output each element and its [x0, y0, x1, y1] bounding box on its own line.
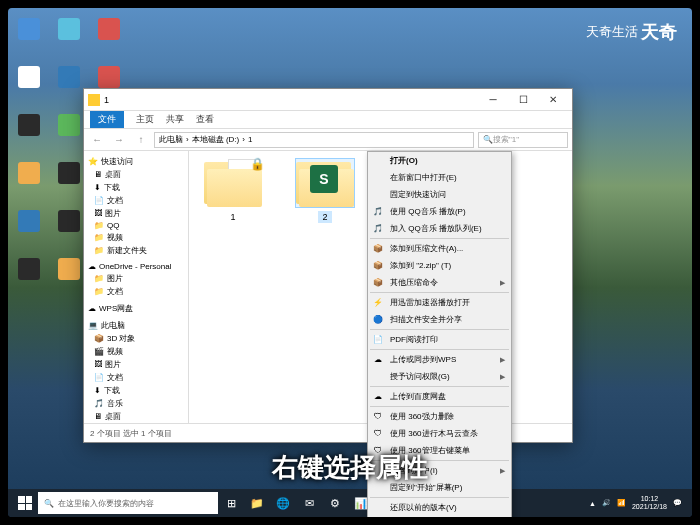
tree-thispc[interactable]: 💻 此电脑 — [86, 319, 186, 332]
tray-icon[interactable]: 📶 — [617, 499, 626, 507]
close-button[interactable]: ✕ — [538, 90, 568, 110]
desktop-icon[interactable] — [53, 210, 85, 250]
tree-item[interactable]: 📦 3D 对象 — [86, 332, 186, 345]
context-menu-item[interactable]: 在新窗口中打开(E) — [368, 169, 511, 186]
taskbar-app[interactable]: 🌐 — [270, 490, 296, 516]
context-menu-item[interactable]: 📄PDF阅读打印 — [368, 331, 511, 348]
tree-item[interactable]: 📁 文档 — [86, 285, 186, 298]
tray-icon[interactable]: ▲ — [589, 500, 596, 507]
window-title: 1 — [104, 95, 478, 105]
taskbar-app[interactable]: 📁 — [244, 490, 270, 516]
tree-item[interactable]: 🖼 图片 — [86, 207, 186, 220]
address-bar: ← → ↑ 此电脑› 本地磁盘 (D:)› 1 🔍 搜索"1" — [84, 129, 572, 151]
context-menu-item[interactable]: ☁上传或同步到WPS▶ — [368, 351, 511, 368]
watermark: 天奇生活 天奇 — [586, 20, 677, 44]
context-menu-item[interactable]: ☁上传到百度网盘 — [368, 388, 511, 405]
taskbar-search[interactable]: 🔍 在这里输入你要搜索的内容 — [38, 492, 218, 514]
desktop-icon[interactable] — [53, 258, 85, 298]
back-button[interactable]: ← — [88, 131, 106, 149]
file-explorer-window: 1 ─ ☐ ✕ 文件 主页 共享 查看 ← → ↑ 此电脑› 本地磁盘 (D:)… — [83, 88, 573, 443]
breadcrumb-item[interactable]: 此电脑 — [159, 134, 183, 145]
explorer-body: ⭐ 快速访问 🖥 桌面 ⬇ 下载 📄 文档 🖼 图片 📁 QQ 📁 视频 📁 新… — [84, 151, 572, 423]
context-menu-item[interactable]: 授予访问权限(G)▶ — [368, 368, 511, 385]
start-button[interactable] — [12, 490, 38, 516]
context-menu-item[interactable]: 📦添加到压缩文件(A)... — [368, 240, 511, 257]
context-menu-item[interactable]: 🎵使用 QQ音乐 播放(P) — [368, 203, 511, 220]
notification-icon[interactable]: 💬 — [673, 499, 682, 507]
desktop-icon[interactable] — [13, 258, 45, 298]
ribbon: 文件 主页 共享 查看 — [84, 111, 572, 129]
tree-item[interactable]: 📄 文档 — [86, 194, 186, 207]
context-menu-item[interactable]: ⚡用迅雷加速器播放打开 — [368, 294, 511, 311]
desktop-icon[interactable] — [13, 18, 45, 58]
watermark-brand: 天奇生活 — [586, 23, 638, 41]
tree-item[interactable]: 📄 文档 — [86, 371, 186, 384]
ribbon-view[interactable]: 查看 — [196, 113, 214, 126]
context-menu-item[interactable]: 打开(O) — [368, 152, 511, 169]
tree-item[interactable]: 📁 视频 — [86, 231, 186, 244]
tree-quick-access[interactable]: ⭐ 快速访问 — [86, 155, 186, 168]
tray-icon[interactable]: 🔊 — [602, 499, 611, 507]
ribbon-home[interactable]: 主页 — [136, 113, 154, 126]
context-menu-item[interactable]: 🛡使用 360进行木马云查杀 — [368, 425, 511, 442]
folder-item-selected[interactable]: S 2 — [289, 159, 361, 223]
window-controls: ─ ☐ ✕ — [478, 90, 568, 110]
folder-label: 2 — [318, 211, 331, 223]
tree-item[interactable]: 🖼 图片 — [86, 358, 186, 371]
desktop-icon[interactable] — [93, 18, 125, 58]
context-menu-item[interactable]: 🛡使用 360强力删除 — [368, 408, 511, 425]
tree-onedrive[interactable]: ☁ OneDrive - Personal — [86, 261, 186, 272]
folder-label: 1 — [226, 211, 239, 223]
forward-button[interactable]: → — [110, 131, 128, 149]
tree-item[interactable]: 🖥 桌面 — [86, 168, 186, 181]
tree-wps[interactable]: ☁ WPS网盘 — [86, 302, 186, 315]
tree-item[interactable]: 🎬 视频 — [86, 345, 186, 358]
desktop-icon[interactable] — [13, 114, 45, 154]
context-menu-item[interactable]: 📦添加到 "2.zip" (T) — [368, 257, 511, 274]
folder-icon: S — [296, 159, 354, 207]
folder-item[interactable]: 🔒 1 — [197, 159, 269, 223]
ribbon-file[interactable]: 文件 — [90, 111, 124, 128]
context-menu-item[interactable]: 📦其他压缩命令▶ — [368, 274, 511, 291]
desktop-icon[interactable] — [53, 18, 85, 58]
task-view-button[interactable]: ⊞ — [218, 490, 244, 516]
clock-time[interactable]: 10:12 — [632, 495, 667, 503]
breadcrumb-item[interactable]: 本地磁盘 (D:) — [192, 134, 240, 145]
desktop-icon[interactable] — [53, 162, 85, 202]
tree-item[interactable]: 🖥 桌面 — [86, 410, 186, 423]
clock-date[interactable]: 2021/12/18 — [632, 503, 667, 511]
minimize-button[interactable]: ─ — [478, 90, 508, 110]
taskbar: 🔍 在这里输入你要搜索的内容 ⊞ 📁 🌐 ✉ ⚙ 📊 🎵 ▲ 🔊 📶 10:12… — [8, 489, 692, 517]
desktop-screen: 天奇生活 天奇 1 ─ ☐ ✕ 文件 — [8, 8, 692, 517]
breadcrumb[interactable]: 此电脑› 本地磁盘 (D:)› 1 — [154, 132, 474, 148]
tree-item[interactable]: 📁 图片 — [86, 272, 186, 285]
watermark-big: 天奇 — [641, 20, 677, 44]
context-menu-item[interactable]: 还原以前的版本(V) — [368, 499, 511, 516]
taskbar-app[interactable]: ⚙ — [322, 490, 348, 516]
desktop-icon[interactable] — [13, 210, 45, 250]
desktop-icon[interactable] — [53, 66, 85, 106]
tree-item[interactable]: ⬇ 下载 — [86, 181, 186, 194]
nav-sidebar: ⭐ 快速访问 🖥 桌面 ⬇ 下载 📄 文档 🖼 图片 📁 QQ 📁 视频 📁 新… — [84, 151, 189, 423]
maximize-button[interactable]: ☐ — [508, 90, 538, 110]
tree-item[interactable]: 📁 新建文件夹 — [86, 244, 186, 257]
desktop-icon[interactable] — [53, 114, 85, 154]
tree-item[interactable]: 📁 QQ — [86, 220, 186, 231]
taskbar-app[interactable]: ✉ — [296, 490, 322, 516]
context-menu-item[interactable]: 🎵加入 QQ音乐 播放队列(E) — [368, 220, 511, 237]
up-button[interactable]: ↑ — [132, 131, 150, 149]
context-menu-item[interactable]: 🔵扫描文件安全并分享 — [368, 311, 511, 328]
desktop-icon[interactable] — [13, 162, 45, 202]
titlebar[interactable]: 1 ─ ☐ ✕ — [84, 89, 572, 111]
tree-item[interactable]: ⬇ 下载 — [86, 384, 186, 397]
system-tray[interactable]: ▲ 🔊 📶 10:12 2021/12/18 💬 — [589, 495, 688, 510]
content-area[interactable]: 🔒 1 S 2 打开(O)在新窗口中打开(E)固定到快速访问🎵使用 QQ音乐 播… — [189, 151, 572, 423]
search-input[interactable]: 🔍 搜索"1" — [478, 132, 568, 148]
desktop-icon[interactable] — [13, 66, 45, 106]
context-menu-item[interactable]: 固定到快速访问 — [368, 186, 511, 203]
windows-logo-icon — [18, 496, 32, 510]
excel-icon: S — [310, 165, 338, 193]
ribbon-share[interactable]: 共享 — [166, 113, 184, 126]
breadcrumb-item[interactable]: 1 — [248, 135, 252, 144]
tree-item[interactable]: 🎵 音乐 — [86, 397, 186, 410]
